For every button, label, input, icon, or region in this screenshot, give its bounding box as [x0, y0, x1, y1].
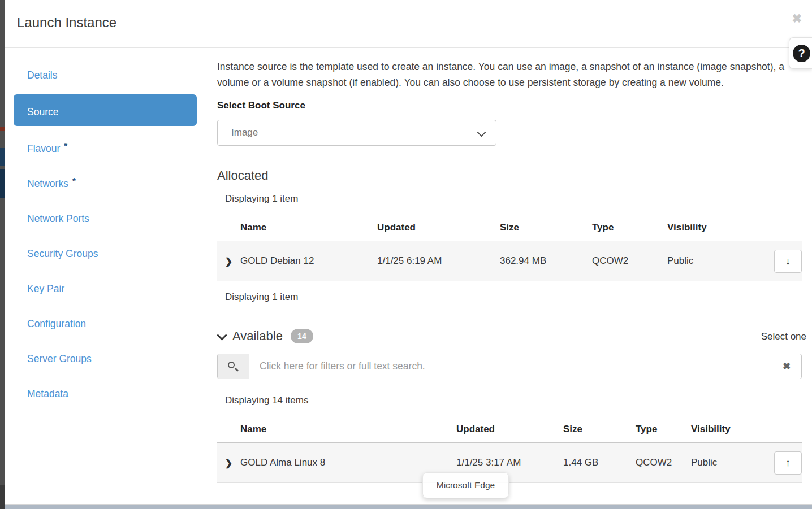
search-addon[interactable]: [218, 354, 249, 379]
cell-size: 1.44 GB: [563, 457, 636, 468]
column-updated[interactable]: Updated: [377, 222, 500, 233]
column-type[interactable]: Type: [592, 222, 667, 233]
cell-updated: 1/1/25 3:17 AM: [456, 457, 563, 468]
action-cell: ↓: [766, 250, 802, 273]
column-name[interactable]: Name: [240, 424, 456, 435]
launch-instance-modal: Launch Instance ✖ Details Source Flavour…: [5, 0, 812, 504]
table-row-gold-debian-12: ❯ GOLD Debian 12 1/1/25 6:19 AM 362.94 M…: [217, 241, 802, 281]
sidebar-item-key-pair[interactable]: Key Pair: [5, 271, 217, 306]
sidebar-item-networks[interactable]: Networks *: [5, 166, 217, 201]
allocated-count-top: Displaying 1 item: [217, 193, 806, 205]
cell-size: 362.94 MB: [500, 255, 592, 267]
action-cell: ↑: [766, 451, 802, 475]
source-description: Instance source is the template used to …: [217, 59, 789, 90]
cell-visibility: Public: [667, 255, 766, 267]
wizard-sidebar: Details Source Flavour * Networks * Netw…: [5, 48, 217, 411]
question-mark-icon: ?: [793, 45, 810, 62]
edge-tooltip: Microsoft Edge: [422, 472, 509, 498]
chevron-down-icon: [477, 128, 486, 137]
required-asterisk: *: [72, 176, 76, 185]
arrow-down-icon: ↓: [785, 255, 791, 267]
available-heading: Available: [232, 329, 283, 343]
cell-name: GOLD Alma Linux 8: [240, 457, 456, 468]
sidebar-item-configuration[interactable]: Configuration: [5, 306, 217, 341]
sidebar-item-flavour[interactable]: Flavour *: [5, 131, 217, 166]
backdrop-artifact: [0, 148, 5, 166]
boot-source-label: Select Boot Source: [217, 100, 806, 111]
allocated-table: Name Updated Size Type Visibility ❯ GOLD…: [217, 215, 802, 281]
collapse-chevron-icon[interactable]: [217, 330, 227, 340]
cell-visibility: Public: [691, 457, 766, 468]
required-asterisk: *: [64, 141, 67, 150]
available-table: Name Updated Size Type Visibility ❯ GOLD…: [217, 416, 802, 483]
table-row-gold-alma-linux-8: ❯ GOLD Alma Linux 8 1/1/25 3:17 AM 1.44 …: [217, 442, 802, 483]
cell-updated: 1/1/25 6:19 AM: [377, 255, 500, 267]
column-size[interactable]: Size: [500, 222, 592, 233]
available-section-header: Available 14 Select one: [217, 329, 806, 343]
column-updated[interactable]: Updated: [456, 424, 563, 435]
cell-type: QCOW2: [592, 255, 667, 267]
window-bottom-strip: [5, 504, 812, 509]
allocated-heading: Allocated: [217, 168, 806, 183]
available-table-header: Name Updated Size Type Visibility: [217, 416, 802, 442]
modal-header: Launch Instance ✖: [5, 0, 812, 48]
deallocate-button[interactable]: ↓: [774, 250, 802, 273]
close-icon[interactable]: ✖: [792, 12, 802, 24]
modal-title: Launch Instance: [17, 15, 116, 31]
tooltip-text: Microsoft Edge: [437, 480, 495, 490]
allocated-count-bottom: Displaying 1 item: [217, 292, 806, 303]
filter-search-bar: ✖: [217, 354, 802, 379]
column-visibility[interactable]: Visibility: [691, 424, 766, 435]
sidebar-item-network-ports[interactable]: Network Ports: [5, 201, 217, 236]
allocate-button[interactable]: ↑: [774, 451, 802, 475]
sidebar-item-server-groups[interactable]: Server Groups: [5, 341, 217, 376]
boot-source-select[interactable]: Image: [217, 120, 496, 146]
column-type[interactable]: Type: [636, 424, 691, 435]
arrow-up-icon: ↑: [785, 457, 791, 469]
boot-source-value: Image: [231, 127, 258, 138]
search-icon: [228, 362, 235, 368]
available-count-badge: 14: [291, 329, 313, 343]
help-button[interactable]: ?: [789, 37, 812, 69]
column-visibility[interactable]: Visibility: [667, 222, 766, 233]
sidebar-item-details[interactable]: Details: [5, 58, 217, 93]
page-backdrop: [0, 0, 5, 509]
allocated-table-header: Name Updated Size Type Visibility: [217, 215, 802, 241]
sidebar-item-source[interactable]: Source: [5, 94, 217, 129]
cell-type: QCOW2: [636, 457, 691, 468]
clear-search-icon[interactable]: ✖: [772, 354, 801, 379]
backdrop-artifact: [0, 127, 5, 131]
available-count: Displaying 14 items: [217, 395, 806, 406]
source-panel: Instance source is the template used to …: [217, 48, 806, 483]
select-one-hint: Select one: [761, 331, 806, 342]
search-input[interactable]: [249, 354, 772, 379]
sidebar-item-security-groups[interactable]: Security Groups: [5, 236, 217, 271]
cell-name: GOLD Debian 12: [240, 255, 377, 267]
expand-row-chevron-icon[interactable]: ❯: [217, 458, 240, 468]
backdrop-artifact: [0, 485, 5, 509]
sidebar-item-metadata[interactable]: Metadata: [5, 376, 217, 411]
backdrop-artifact: [0, 169, 5, 198]
column-size[interactable]: Size: [563, 424, 636, 435]
expand-row-chevron-icon[interactable]: ❯: [217, 256, 240, 267]
column-name[interactable]: Name: [240, 222, 377, 233]
